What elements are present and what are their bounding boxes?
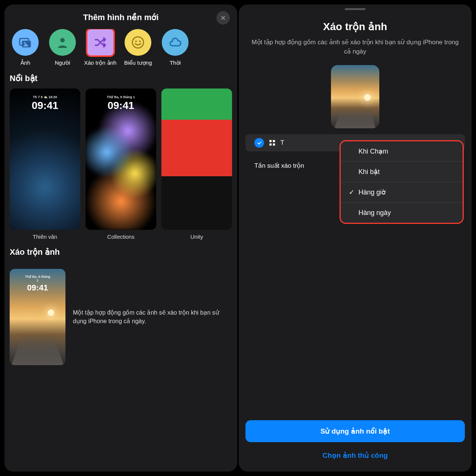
modal-title: Thêm hình nền mới	[83, 13, 159, 22]
category-label: Ảnh	[20, 60, 30, 66]
category-emoji[interactable]: Biểu tượng	[122, 29, 154, 66]
featured-cards: Th 7 9 ⛅ 18:2009:41 Thiên văn Thứ Ba, 9 …	[10, 89, 232, 240]
category-label: Người	[55, 60, 70, 66]
config-title: Xáo trộn ảnh	[248, 20, 463, 33]
shuffle-section: Xáo trộn ảnh	[4, 240, 237, 257]
wallpaper-preview: 09:41	[161, 89, 232, 230]
close-icon	[220, 15, 226, 21]
svg-point-2	[24, 42, 26, 44]
popup-option[interactable]: ✓Hàng ngày	[341, 203, 463, 223]
left-phone: Thêm hình nền mới ẢnhNgườiXáo trộn ảnhBi…	[4, 4, 237, 472]
bottom-actions: Sử dụng ảnh nổi bật Chọn ảnh thủ công	[245, 420, 465, 463]
category-row: ẢnhNgườiXáo trộn ảnhBiểu tượngThời	[4, 29, 237, 66]
popup-option[interactable]: ✓Khi Chạm	[341, 141, 463, 162]
category-label: Biểu tượng	[124, 60, 152, 66]
svg-rect-7	[270, 140, 272, 142]
right-phone: Xáo trộn ảnh Một tập hợp động gồm các ản…	[239, 4, 472, 472]
category-photos[interactable]: Ảnh	[10, 29, 41, 66]
checkmark-icon: ✓	[349, 188, 355, 196]
person-icon	[49, 29, 76, 56]
shuffle-row[interactable]: Thứ Ba, 9 tháng 109:41 Một tập hợp động …	[4, 262, 237, 372]
category-person[interactable]: Người	[47, 29, 78, 66]
svg-rect-9	[270, 144, 272, 146]
grid-icon	[268, 139, 276, 147]
cloud-icon	[162, 29, 189, 56]
svg-point-5	[135, 41, 137, 42]
toggle-label: T	[280, 139, 284, 147]
featured-section: Nổi bật Th 7 9 ⛅ 18:2009:41 Thiên văn Th…	[4, 66, 237, 240]
shuffle-heading: Xáo trộn ảnh	[10, 247, 232, 257]
svg-point-4	[132, 37, 144, 48]
emoji-icon	[125, 29, 151, 56]
config-subtitle: Một tập hợp động gồm các ảnh sẽ xáo trộn…	[248, 38, 463, 56]
shuffle-config: Xáo trộn ảnh Một tập hợp động gồm các ản…	[239, 10, 472, 128]
featured-card-astronomy[interactable]: Th 7 9 ⛅ 18:2009:41 Thiên văn	[10, 89, 80, 240]
close-button[interactable]	[216, 11, 230, 25]
shuffle-icon	[87, 29, 114, 56]
config-preview	[331, 65, 379, 128]
category-label: Xáo trộn ảnh	[84, 60, 116, 66]
category-cloud[interactable]: Thời	[160, 29, 191, 66]
category-label: Thời	[170, 60, 181, 66]
svg-point-6	[139, 41, 141, 42]
popup-option[interactable]: ✓Khi bật	[341, 162, 463, 182]
featured-heading: Nổi bật	[10, 74, 232, 83]
svg-point-3	[60, 38, 65, 42]
shuffle-description: Một tập hợp động gồm các ảnh sẽ xáo trộn…	[73, 308, 232, 325]
featured-card-collections[interactable]: Thứ Ba, 9 tháng 109:41 Collections	[86, 89, 156, 240]
shuffle-preview: Thứ Ba, 9 tháng 109:41	[10, 269, 65, 365]
choose-manual-button[interactable]: Chọn ảnh thủ công	[245, 448, 465, 463]
wallpaper-preview: Th 7 9 ⛅ 18:2009:41	[10, 89, 80, 230]
wallpaper-preview: Thứ Ba, 9 tháng 109:41	[86, 89, 156, 230]
popup-option[interactable]: ✓Hàng giờ	[341, 182, 463, 203]
checked-icon	[254, 138, 264, 148]
use-featured-button[interactable]: Sử dụng ảnh nổi bật	[245, 420, 465, 442]
featured-card-unity[interactable]: 09:41 Unity	[161, 89, 232, 240]
category-shuffle[interactable]: Xáo trộn ảnh	[84, 29, 116, 66]
svg-rect-10	[273, 144, 275, 146]
frequency-popup: ✓Khi Chạm✓Khi bật✓Hàng giờ✓Hàng ngày	[341, 141, 463, 223]
svg-rect-8	[273, 140, 275, 142]
frequency-label: Tần suất xáo trộn	[254, 162, 304, 170]
modal-header: Thêm hình nền mới	[4, 4, 237, 29]
photos-icon	[12, 29, 39, 56]
